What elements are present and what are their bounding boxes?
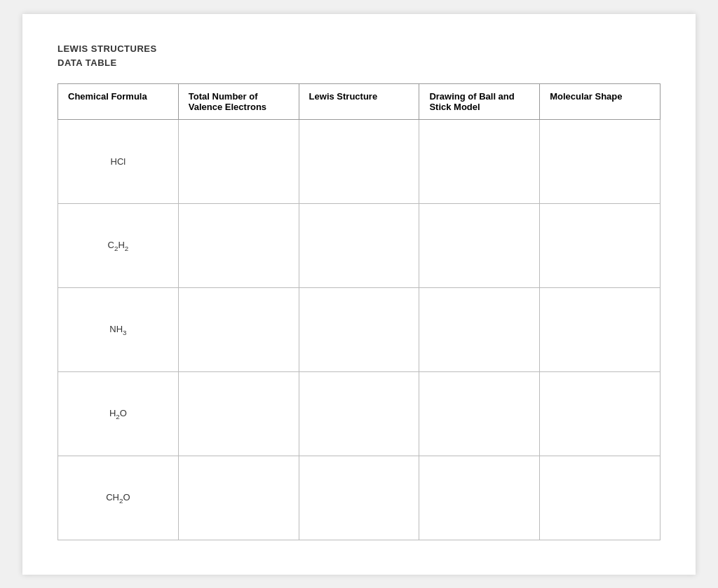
formula-nh3: NH3	[58, 288, 179, 372]
ball-h2o	[419, 372, 540, 456]
table-row: H2O	[58, 372, 661, 456]
shape-h2o	[540, 372, 661, 456]
lewis-h2o	[299, 372, 419, 456]
page-title: LEWIS STRUCTURES DATA TABLE	[57, 42, 661, 69]
formula-h2o: H2O	[58, 372, 179, 456]
table-header-row: Chemical Formula Total Number of Valence…	[58, 84, 661, 120]
table-row: HCl	[58, 120, 661, 204]
lewis-ch2o	[299, 456, 419, 540]
formula-ch2o: CH2O	[58, 456, 179, 540]
table-row: NH3	[58, 288, 661, 372]
table-row: CH2O	[58, 456, 661, 540]
valence-ch2o	[178, 456, 299, 540]
page: LEWIS STRUCTURES DATA TABLE Chemical For…	[22, 14, 696, 575]
lewis-c2h2	[299, 204, 419, 288]
shape-ch2o	[540, 456, 661, 540]
lewis-structures-table: Chemical Formula Total Number of Valence…	[57, 83, 661, 540]
valence-nh3	[178, 288, 299, 372]
title-line1: LEWIS STRUCTURES	[57, 42, 661, 56]
header-ball-stick: Drawing of Ball and Stick Model	[419, 84, 540, 120]
ball-nh3	[419, 288, 540, 372]
shape-hcl	[540, 120, 661, 204]
header-valence-electrons: Total Number of Valence Electrons	[178, 84, 299, 120]
valence-hcl	[178, 120, 299, 204]
header-molecular-shape: Molecular Shape	[540, 84, 661, 120]
shape-nh3	[540, 288, 661, 372]
ball-ch2o	[419, 456, 540, 540]
header-lewis-structure: Lewis Structure	[299, 84, 419, 120]
lewis-nh3	[299, 288, 419, 372]
formula-hcl: HCl	[58, 120, 179, 204]
valence-h2o	[178, 372, 299, 456]
valence-c2h2	[178, 204, 299, 288]
ball-c2h2	[419, 204, 540, 288]
lewis-hcl	[299, 120, 419, 204]
formula-c2h2: C2H2	[58, 204, 179, 288]
title-line2: DATA TABLE	[57, 56, 661, 70]
table-row: C2H2	[58, 204, 661, 288]
ball-hcl	[419, 120, 540, 204]
shape-c2h2	[540, 204, 661, 288]
header-chemical-formula: Chemical Formula	[58, 84, 179, 120]
